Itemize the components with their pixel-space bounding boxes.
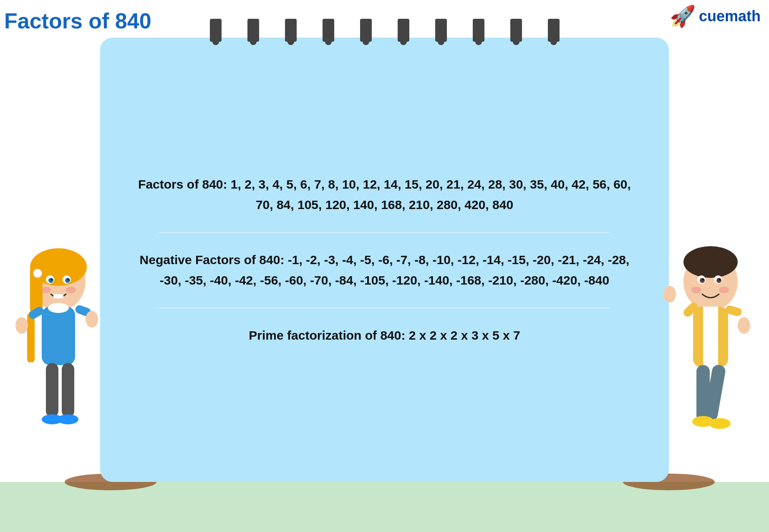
prime-factorization-section: Prime factorization of 840: 2 x 2 x 2 x … [134,325,635,346]
svg-rect-3 [27,313,35,363]
notebook-container: Factors of 840: 1, 2, 3, 4, 5, 6, 7, 8, … [100,38,669,482]
spiral-rings [100,19,669,42]
svg-point-20 [86,311,98,328]
factors-section: Factors of 840: 1, 2, 3, 4, 5, 6, 7, 8, … [134,174,635,215]
svg-point-4 [26,362,36,372]
svg-point-39 [738,317,750,334]
svg-rect-37 [703,307,718,367]
spiral-1 [210,19,222,42]
spiral-7 [435,19,447,42]
logo-area: 🚀 cuemath [670,4,761,28]
svg-point-41 [663,286,676,303]
svg-point-34 [691,287,701,293]
spiral-10 [548,19,560,42]
svg-point-31 [716,278,721,283]
svg-point-10 [68,279,69,280]
svg-point-8 [65,278,70,283]
svg-point-33 [719,279,721,280]
svg-point-30 [700,278,705,283]
svg-point-24 [58,414,78,424]
spiral-4 [323,19,334,42]
spiral-8 [473,19,484,42]
spiral-2 [247,19,259,42]
svg-point-16 [48,303,69,313]
svg-point-32 [702,279,704,280]
spiral-5 [360,19,372,42]
svg-point-45 [709,418,731,429]
spiral-6 [398,19,409,42]
divider-2 [159,308,610,308]
character-boy [656,242,765,484]
svg-rect-13 [53,294,63,298]
svg-rect-15 [42,307,75,365]
svg-point-26 [683,246,738,278]
divider-1 [159,232,610,233]
page-title: Factors of 840 [4,8,151,33]
svg-rect-22 [62,363,74,417]
svg-point-12 [66,287,76,293]
negative-factors-section: Negative Factors of 840: -1, -2, -3, -4,… [134,250,635,291]
character-girl [4,242,113,484]
notebook-body: Factors of 840: 1, 2, 3, 4, 5, 6, 7, 8, … [100,38,669,482]
svg-point-11 [41,287,51,293]
logo-text: cuemath [699,8,761,25]
spiral-3 [285,19,297,42]
spiral-9 [510,19,522,42]
svg-point-9 [51,279,53,280]
svg-point-35 [719,287,729,293]
rocket-icon: 🚀 [670,4,696,28]
svg-rect-21 [46,363,58,417]
svg-point-7 [48,278,53,283]
svg-point-14 [33,269,42,277]
svg-point-18 [15,317,28,334]
